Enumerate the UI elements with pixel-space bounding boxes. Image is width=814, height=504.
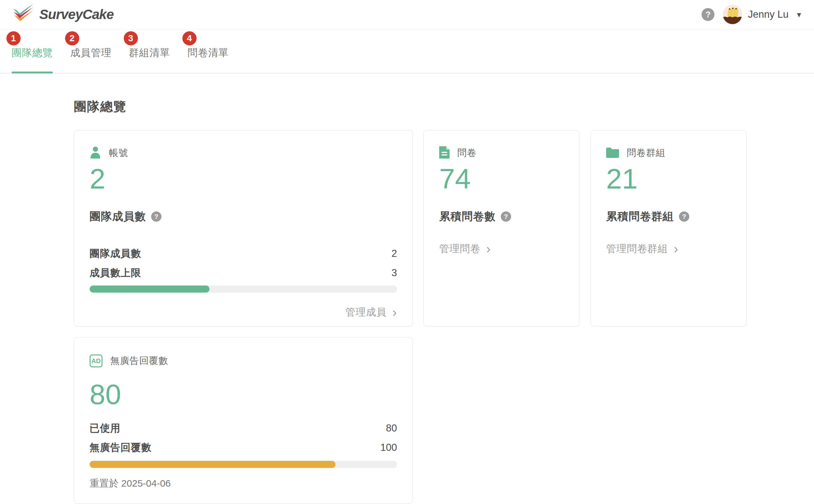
chevron-right-icon: › (486, 242, 491, 255)
surveycake-logo-icon (13, 3, 35, 26)
stat-rows: 團隊成員數 2 成員數上限 3 (90, 248, 397, 278)
step-badge-3: 3 (124, 31, 138, 45)
stat-title-row: 累積問卷數 ? (439, 209, 564, 224)
folder-icon (606, 147, 619, 159)
stats-cards-row: 帳號 2 團隊成員數 ? 團隊成員數 2 成員數上限 3 (74, 130, 814, 326)
person-icon (90, 146, 101, 160)
tab-label: 群組清單 (129, 47, 170, 58)
tab-team-overview[interactable]: 1 團隊總覽 (12, 46, 53, 73)
quota-row: 無廣告回覆數 100 (90, 442, 397, 453)
member-count-row: 團隊成員數 2 (90, 248, 397, 259)
user-name: Jenny Lu (748, 9, 789, 20)
user-menu[interactable]: Jenny Lu ▾ (723, 5, 801, 24)
group-count-number: 21 (606, 165, 731, 193)
brand-name: SurveyCake (39, 7, 114, 22)
main-content: 團隊總覽 帳號 2 團隊成員數 ? 團隊成員數 2 (0, 73, 814, 504)
ad-free-progress-bar (90, 461, 397, 468)
member-limit-row: 成員數上限 3 (90, 267, 397, 278)
member-progress-fill (90, 286, 209, 293)
manage-members-link[interactable]: 管理成員 › (90, 305, 397, 319)
stat-title: 團隊成員數 (90, 209, 146, 224)
question-icon[interactable]: ? (151, 211, 161, 222)
reset-date-note: 重置於 2025-04-06 (90, 477, 397, 490)
groups-card-header: 問卷群組 (606, 147, 731, 160)
account-card: 帳號 2 團隊成員數 ? 團隊成員數 2 成員數上限 3 (74, 130, 413, 326)
chevron-right-icon: › (392, 306, 397, 319)
ad-icon: AD (90, 354, 102, 367)
card-label: 無廣告回覆數 (110, 354, 168, 367)
help-icon[interactable]: ? (702, 8, 714, 21)
used-row: 已使用 80 (90, 423, 397, 434)
page-title: 團隊總覽 (74, 98, 814, 115)
tab-label: 問卷清單 (188, 47, 229, 58)
stat-title-row: 團隊成員數 ? (90, 209, 397, 224)
account-card-header: 帳號 (90, 147, 397, 160)
ad-free-used-number: 80 (90, 380, 397, 409)
stat-rows: 已使用 80 無廣告回覆數 100 (90, 423, 397, 453)
surveys-card-header: 問卷 (439, 147, 564, 160)
question-icon[interactable]: ? (679, 211, 689, 222)
member-count-number: 2 (90, 165, 397, 193)
stat-title: 累積問卷數 (439, 209, 496, 224)
tab-survey-list[interactable]: 4 問卷清單 (188, 46, 229, 73)
step-badge-1: 1 (6, 31, 21, 45)
member-progress-bar (90, 286, 397, 293)
avatar (723, 5, 742, 24)
header-right: ? (702, 5, 801, 24)
tab-label: 團隊總覽 (12, 47, 53, 58)
survey-groups-card: 問卷群組 21 累積問卷群組 ? 管理問卷群組 › (590, 130, 747, 326)
tabs-bar: 1 團隊總覽 2 成員管理 3 群組清單 4 問卷清單 (0, 29, 814, 73)
step-badge-2: 2 (65, 31, 79, 45)
chevron-right-icon: › (674, 242, 678, 255)
survey-count-number: 74 (439, 165, 564, 193)
card-label: 問卷群組 (627, 147, 665, 160)
tab-group-list[interactable]: 3 群組清單 (129, 46, 170, 73)
manage-surveys-link[interactable]: 管理問卷 › (439, 242, 564, 256)
card-label: 帳號 (109, 147, 128, 160)
ad-free-card-header: AD 無廣告回覆數 (90, 354, 397, 367)
app-header: SurveyCake ? (0, 0, 814, 29)
tab-label: 成員管理 (70, 47, 111, 58)
step-badge-4: 4 (182, 31, 197, 45)
card-label: 問卷 (457, 147, 477, 160)
surveys-card: 問卷 74 累積問卷數 ? 管理問卷 › (423, 130, 580, 326)
stat-title: 累積問卷群組 (606, 209, 674, 224)
stat-title-row: 累積問卷群組 ? (606, 209, 731, 224)
surveycake-logo[interactable]: SurveyCake (13, 3, 114, 26)
document-icon (439, 146, 450, 160)
question-icon[interactable]: ? (501, 211, 511, 222)
tab-member-management[interactable]: 2 成員管理 (70, 46, 111, 73)
ad-free-card: AD 無廣告回覆數 80 已使用 80 無廣告回覆數 100 重置於 2025-… (74, 337, 413, 504)
manage-groups-link[interactable]: 管理問卷群組 › (606, 242, 731, 256)
ad-free-progress-fill (90, 461, 335, 468)
caret-down-icon: ▾ (797, 10, 801, 20)
